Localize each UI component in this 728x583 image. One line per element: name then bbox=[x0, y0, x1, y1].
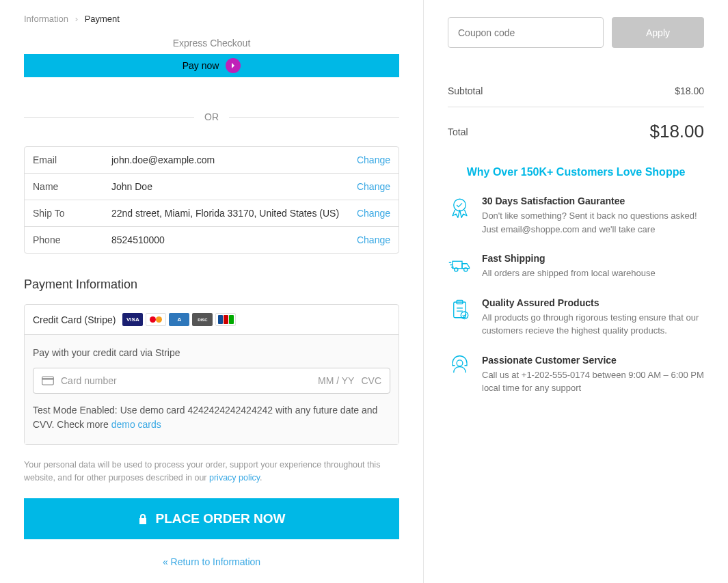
chevron-right-icon: › bbox=[75, 14, 78, 24]
change-phone-link[interactable]: Change bbox=[357, 234, 390, 245]
change-shipto-link[interactable]: Change bbox=[357, 208, 390, 219]
place-order-button[interactable]: PLACE ORDER NOW bbox=[24, 498, 399, 539]
arrow-right-icon bbox=[226, 58, 241, 73]
badge-check-icon bbox=[448, 195, 472, 219]
trust-item-quality: Quality Assured Products All products go… bbox=[448, 297, 704, 338]
name-value: John Doe bbox=[111, 181, 357, 192]
apply-coupon-button[interactable]: Apply bbox=[612, 17, 704, 48]
truck-icon bbox=[448, 253, 472, 277]
or-divider: OR bbox=[24, 111, 399, 122]
trust-item-title: Passionate Customer Service bbox=[482, 355, 704, 366]
card-icon bbox=[42, 376, 54, 385]
shipto-label: Ship To bbox=[33, 208, 111, 219]
total-row: Total $18.00 bbox=[448, 107, 704, 152]
jcb-icon bbox=[215, 313, 236, 326]
or-text: OR bbox=[194, 111, 229, 122]
info-row-phone: Phone 8524510000 Change bbox=[25, 227, 399, 253]
trust-item-guarantee: 30 Days Satisfaction Gaurantee Don't lik… bbox=[448, 195, 704, 236]
privacy-note: Your personal data will be used to proce… bbox=[24, 459, 399, 485]
change-email-link[interactable]: Change bbox=[357, 154, 390, 165]
svg-rect-3 bbox=[453, 261, 462, 269]
trust-item-title: Quality Assured Products bbox=[482, 297, 704, 308]
change-name-link[interactable]: Change bbox=[357, 181, 390, 192]
trust-item-shipping: Fast Shipping All orders are shipped fro… bbox=[448, 253, 704, 280]
card-input[interactable]: Card number MM / YY CVC bbox=[33, 368, 390, 394]
payment-section-title: Payment Information bbox=[24, 277, 399, 292]
card-expiry-placeholder: MM / YY bbox=[318, 375, 354, 386]
subtotal-value: $18.00 bbox=[675, 85, 704, 96]
express-checkout-label: Express Checkout bbox=[24, 38, 399, 49]
return-to-information-link[interactable]: « Return to Information bbox=[163, 556, 260, 567]
payment-box: Credit Card (Stripe) VISA A DISC Pay wit… bbox=[24, 304, 399, 445]
svg-rect-0 bbox=[42, 377, 54, 385]
headset-icon bbox=[448, 355, 472, 379]
email-label: Email bbox=[33, 154, 111, 165]
pay-now-label: Pay now bbox=[183, 60, 219, 71]
total-label: Total bbox=[448, 126, 468, 137]
phone-label: Phone bbox=[33, 234, 111, 245]
trust-item-desc: All orders are shipped from local wareho… bbox=[482, 267, 656, 280]
trust-item-desc: All products go through rigorous testing… bbox=[482, 311, 704, 338]
svg-rect-1 bbox=[42, 378, 54, 379]
shipto-value: 22nd street, Miami, Florida 33170, Unite… bbox=[111, 208, 357, 219]
customer-info-table: Email john.doe@example.com Change Name J… bbox=[24, 146, 399, 254]
demo-cards-link[interactable]: demo cards bbox=[111, 419, 161, 430]
mastercard-icon bbox=[146, 313, 166, 326]
amex-icon: A bbox=[169, 313, 189, 326]
pay-now-button[interactable]: Pay now bbox=[24, 54, 399, 77]
svg-point-9 bbox=[457, 360, 463, 366]
info-row-name: Name John Doe Change bbox=[25, 174, 399, 200]
trust-item-title: 30 Days Satisfaction Gaurantee bbox=[482, 195, 704, 206]
subtotal-row: Subtotal $18.00 bbox=[448, 75, 704, 107]
discover-icon: DISC bbox=[192, 313, 213, 326]
place-order-label: PLACE ORDER NOW bbox=[156, 511, 286, 526]
coupon-input[interactable] bbox=[448, 17, 604, 48]
phone-value: 8524510000 bbox=[111, 234, 357, 245]
card-icons: VISA A DISC bbox=[122, 313, 236, 326]
info-row-shipto: Ship To 22nd street, Miami, Florida 3317… bbox=[25, 200, 399, 227]
lock-icon bbox=[138, 513, 148, 524]
clipboard-check-icon bbox=[448, 297, 472, 321]
trust-item-title: Fast Shipping bbox=[482, 253, 656, 264]
payment-method-label: Credit Card (Stripe) bbox=[33, 314, 116, 325]
subtotal-label: Subtotal bbox=[448, 85, 483, 96]
info-row-email: Email john.doe@example.com Change bbox=[25, 147, 399, 174]
privacy-policy-link[interactable]: privacy policy bbox=[209, 473, 260, 483]
name-label: Name bbox=[33, 181, 111, 192]
trust-item-service: Passionate Customer Service Call us at +… bbox=[448, 355, 704, 395]
trust-item-desc: Don't like something? Sent it back no qu… bbox=[482, 209, 704, 236]
trust-item-desc: Call us at +1-202-555-0174 between 9:00 … bbox=[482, 368, 704, 395]
breadcrumb-payment: Payment bbox=[85, 14, 120, 24]
svg-rect-6 bbox=[454, 302, 466, 318]
payment-method-header: Credit Card (Stripe) VISA A DISC bbox=[25, 305, 399, 335]
trust-title: Why Over 150K+ Customers Love Shoppe bbox=[448, 166, 704, 178]
payment-desc: Pay with your credit card via Stripe bbox=[33, 347, 390, 358]
visa-icon: VISA bbox=[122, 313, 143, 326]
breadcrumb-information[interactable]: Information bbox=[24, 14, 68, 24]
card-cvc-placeholder: CVC bbox=[361, 375, 381, 386]
card-number-placeholder: Card number bbox=[61, 375, 311, 386]
breadcrumb: Information › Payment bbox=[24, 14, 399, 24]
total-value: $18.00 bbox=[649, 121, 704, 142]
email-value: john.doe@example.com bbox=[111, 154, 357, 165]
test-mode-note: Test Mode Enabled: Use demo card 4242424… bbox=[33, 403, 390, 432]
